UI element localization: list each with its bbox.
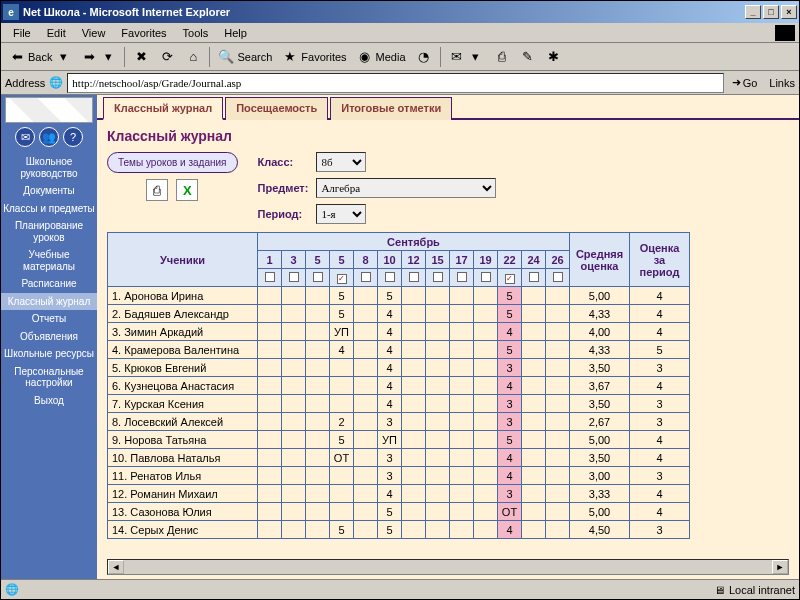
- grade-cell-13-3[interactable]: 5: [330, 521, 354, 539]
- grade-cell-3-1[interactable]: [282, 341, 306, 359]
- grade-cell-9-0[interactable]: [258, 449, 282, 467]
- grade-cell-9-1[interactable]: [282, 449, 306, 467]
- grade-cell-7-1[interactable]: [282, 413, 306, 431]
- grade-cell-8-3[interactable]: 5: [330, 431, 354, 449]
- grade-cell-10-1[interactable]: [282, 467, 306, 485]
- grade-cell-6-11[interactable]: [522, 395, 546, 413]
- student-name-0[interactable]: 1. Аронова Ирина: [108, 287, 258, 305]
- grade-cell-3-6[interactable]: [402, 341, 426, 359]
- sidebar-item-6[interactable]: Классный журнал: [1, 293, 97, 311]
- grade-cell-2-11[interactable]: [522, 323, 546, 341]
- date-header-12[interactable]: 26: [546, 251, 570, 269]
- grade-cell-0-5[interactable]: 5: [378, 287, 402, 305]
- grade-cell-6-10[interactable]: 3: [498, 395, 522, 413]
- grade-cell-1-3[interactable]: 5: [330, 305, 354, 323]
- menu-view[interactable]: View: [74, 25, 114, 41]
- grade-cell-5-6[interactable]: [402, 377, 426, 395]
- grade-cell-11-9[interactable]: [474, 485, 498, 503]
- history-button[interactable]: ◔: [412, 47, 436, 67]
- grade-cell-7-10[interactable]: 3: [498, 413, 522, 431]
- grade-cell-1-10[interactable]: 5: [498, 305, 522, 323]
- grade-cell-11-10[interactable]: 3: [498, 485, 522, 503]
- date-chk-12[interactable]: [546, 269, 570, 287]
- grade-cell-0-8[interactable]: [450, 287, 474, 305]
- pg-cell-5[interactable]: 4: [630, 377, 690, 395]
- grade-cell-2-1[interactable]: [282, 323, 306, 341]
- grade-cell-12-5[interactable]: 5: [378, 503, 402, 521]
- grade-cell-0-1[interactable]: [282, 287, 306, 305]
- student-name-1[interactable]: 2. Бадяшев Александр: [108, 305, 258, 323]
- pg-cell-10[interactable]: 3: [630, 467, 690, 485]
- users-round-icon[interactable]: 👥: [39, 127, 59, 147]
- grade-cell-6-2[interactable]: [306, 395, 330, 413]
- grade-cell-11-0[interactable]: [258, 485, 282, 503]
- grade-cell-1-0[interactable]: [258, 305, 282, 323]
- pg-cell-12[interactable]: 4: [630, 503, 690, 521]
- grade-cell-6-9[interactable]: [474, 395, 498, 413]
- grade-cell-1-7[interactable]: [426, 305, 450, 323]
- minimize-button[interactable]: _: [745, 5, 761, 19]
- pg-cell-0[interactable]: 4: [630, 287, 690, 305]
- grade-cell-0-7[interactable]: [426, 287, 450, 305]
- refresh-button[interactable]: ⟳: [155, 47, 179, 67]
- grade-cell-1-9[interactable]: [474, 305, 498, 323]
- date-chk-0[interactable]: [258, 269, 282, 287]
- sidebar-item-10[interactable]: Персональные настройки: [1, 363, 97, 392]
- grade-cell-3-2[interactable]: [306, 341, 330, 359]
- grade-cell-1-12[interactable]: [546, 305, 570, 323]
- grade-cell-9-10[interactable]: 4: [498, 449, 522, 467]
- grade-cell-11-6[interactable]: [402, 485, 426, 503]
- period-select[interactable]: 1-я: [316, 204, 366, 224]
- student-name-3[interactable]: 4. Крамерова Валентина: [108, 341, 258, 359]
- grade-cell-2-3[interactable]: УП: [330, 323, 354, 341]
- class-select[interactable]: 8б: [316, 152, 366, 172]
- pg-cell-2[interactable]: 4: [630, 323, 690, 341]
- student-name-9[interactable]: 10. Павлова Наталья: [108, 449, 258, 467]
- go-button[interactable]: ➜Go: [728, 74, 762, 91]
- pg-cell-8[interactable]: 4: [630, 431, 690, 449]
- grade-cell-3-10[interactable]: 5: [498, 341, 522, 359]
- grade-cell-4-2[interactable]: [306, 359, 330, 377]
- grade-cell-10-2[interactable]: [306, 467, 330, 485]
- grade-cell-4-3[interactable]: [330, 359, 354, 377]
- grade-cell-3-7[interactable]: [426, 341, 450, 359]
- links-label[interactable]: Links: [769, 77, 795, 89]
- menu-edit[interactable]: Edit: [39, 25, 74, 41]
- grade-cell-4-9[interactable]: [474, 359, 498, 377]
- scroll-left-icon[interactable]: ◄: [108, 560, 124, 574]
- grade-cell-0-4[interactable]: [354, 287, 378, 305]
- grade-cell-3-8[interactable]: [450, 341, 474, 359]
- grade-cell-2-7[interactable]: [426, 323, 450, 341]
- grade-cell-12-10[interactable]: ОТ: [498, 503, 522, 521]
- date-header-3[interactable]: 5: [330, 251, 354, 269]
- grade-cell-4-8[interactable]: [450, 359, 474, 377]
- student-name-11[interactable]: 12. Романин Михаил: [108, 485, 258, 503]
- grade-cell-2-6[interactable]: [402, 323, 426, 341]
- grade-cell-12-6[interactable]: [402, 503, 426, 521]
- tab-0[interactable]: Классный журнал: [103, 97, 223, 120]
- grade-cell-13-0[interactable]: [258, 521, 282, 539]
- grade-cell-5-9[interactable]: [474, 377, 498, 395]
- grade-cell-11-4[interactable]: [354, 485, 378, 503]
- sidebar-item-4[interactable]: Учебные материалы: [1, 246, 97, 275]
- grade-cell-7-6[interactable]: [402, 413, 426, 431]
- grade-cell-7-7[interactable]: [426, 413, 450, 431]
- grade-cell-10-4[interactable]: [354, 467, 378, 485]
- forward-button[interactable]: ➡▾: [77, 47, 120, 67]
- grade-cell-4-4[interactable]: [354, 359, 378, 377]
- excel-icon-btn[interactable]: X: [176, 179, 198, 201]
- grade-cell-6-1[interactable]: [282, 395, 306, 413]
- grade-cell-1-2[interactable]: [306, 305, 330, 323]
- date-header-8[interactable]: 17: [450, 251, 474, 269]
- grade-cell-0-2[interactable]: [306, 287, 330, 305]
- grade-cell-0-0[interactable]: [258, 287, 282, 305]
- grade-cell-4-6[interactable]: [402, 359, 426, 377]
- student-name-10[interactable]: 11. Ренатов Илья: [108, 467, 258, 485]
- student-name-6[interactable]: 7. Курская Ксения: [108, 395, 258, 413]
- menu-file[interactable]: File: [5, 25, 39, 41]
- date-header-1[interactable]: 3: [282, 251, 306, 269]
- grade-cell-13-4[interactable]: [354, 521, 378, 539]
- grade-cell-1-11[interactable]: [522, 305, 546, 323]
- grade-cell-9-4[interactable]: [354, 449, 378, 467]
- grade-cell-7-9[interactable]: [474, 413, 498, 431]
